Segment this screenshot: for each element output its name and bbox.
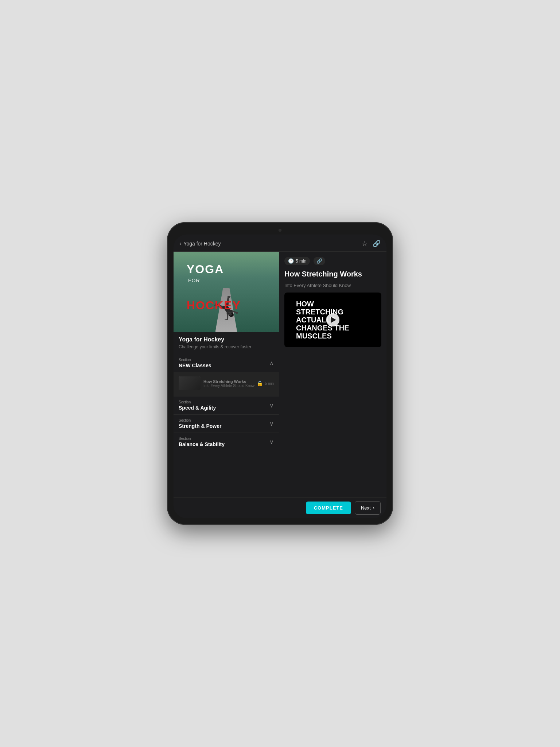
- class-info: How Stretching Works Info Every Athlete …: [203, 379, 262, 388]
- next-label: Next: [361, 505, 371, 511]
- section-speed-agility-name: Speed & Agility: [179, 405, 216, 411]
- section-strength-power: Section Strength & Power ∨: [174, 414, 279, 433]
- class-name: How Stretching Works: [203, 379, 262, 384]
- play-button[interactable]: [326, 313, 339, 326]
- tablet-screen: ‹ Yoga for Hockey ☆ 🔗 🤸 YOGA FOR: [174, 235, 386, 518]
- class-description: Info Every Athlete Should Know: [203, 384, 262, 388]
- section-speed-agility-chevron: ∨: [269, 402, 274, 409]
- next-button[interactable]: Next ›: [355, 501, 381, 515]
- section-new-classes-content: How Stretching Works Info Every Athlete …: [174, 372, 279, 396]
- section-speed-agility-header[interactable]: Section Speed & Agility ∨: [174, 396, 279, 414]
- header-left: ‹ Yoga for Hockey: [179, 240, 221, 247]
- hero-yoga-text: YOGA FOR: [187, 263, 223, 290]
- hero-hockey-text: HOCKEY: [187, 299, 241, 312]
- bottom-bar: COMPLETE Next ›: [174, 497, 386, 518]
- list-item[interactable]: How Stretching Works Info Every Athlete …: [179, 374, 274, 392]
- lock-icon: 🔒: [257, 380, 263, 386]
- duration-badge: 🕐 5 min: [284, 257, 310, 265]
- next-arrow-icon: ›: [373, 505, 374, 511]
- link-badge[interactable]: 🔗: [314, 257, 325, 265]
- left-panel: 🤸 YOGA FOR HOCKEY Yoga for Hockey Challe…: [174, 252, 279, 497]
- complete-button[interactable]: COMPLETE: [306, 502, 351, 514]
- hero-image: 🤸 YOGA FOR HOCKEY: [174, 252, 279, 332]
- section-speed-agility-label: Section: [179, 400, 216, 404]
- section-new-classes-name: NEW Classes: [179, 363, 211, 368]
- section-new-classes-label: Section: [179, 358, 211, 362]
- front-camera: [279, 229, 281, 232]
- back-button[interactable]: ‹: [179, 240, 181, 247]
- section-strength-power-label: Section: [179, 418, 221, 422]
- section-strength-power-chevron: ∨: [269, 420, 274, 427]
- main-content: 🤸 YOGA FOR HOCKEY Yoga for Hockey Challe…: [174, 252, 386, 497]
- section-balance-stability-name: Balance & Stability: [179, 441, 225, 447]
- class-duration: 5 min: [265, 382, 274, 386]
- section-new-classes: Section NEW Classes ∧ How Stret: [174, 354, 279, 396]
- hero-for-text: FOR: [188, 278, 200, 283]
- class-thumbnail: [179, 376, 201, 390]
- right-panel: 🕐 5 min 🔗 How Stretching Works Info Ever…: [279, 252, 386, 497]
- duration-text: 5 min: [296, 259, 306, 264]
- meta-row: 🕐 5 min 🔗: [284, 257, 381, 265]
- section-new-classes-chevron: ∧: [269, 360, 274, 367]
- course-info: Yoga for Hockey Challenge your limits & …: [174, 332, 279, 354]
- section-strength-power-header[interactable]: Section Strength & Power ∨: [174, 415, 279, 433]
- star-icon[interactable]: ☆: [362, 240, 368, 248]
- header: ‹ Yoga for Hockey ☆ 🔗: [174, 235, 386, 252]
- section-strength-power-label-group: Section Strength & Power: [179, 418, 221, 429]
- section-new-classes-header[interactable]: Section NEW Classes ∧: [174, 354, 279, 372]
- section-strength-power-name: Strength & Power: [179, 423, 221, 429]
- section-balance-stability-label-group: Section Balance & Stability: [179, 437, 225, 447]
- section-balance-stability: Section Balance & Stability ∨: [174, 433, 279, 451]
- class-thumbnail-overlay: [179, 376, 201, 390]
- video-thumbnail[interactable]: HOWSTRETCHINGACTUALLYCHANGES THEMUSCLES: [284, 293, 381, 347]
- link-icon[interactable]: 🔗: [373, 240, 381, 248]
- content-title: How Stretching Works: [284, 270, 381, 278]
- course-subtitle: Challenge your limits & recover faster: [179, 344, 274, 349]
- course-title: Yoga for Hockey: [179, 336, 274, 343]
- section-balance-stability-label: Section: [179, 437, 225, 441]
- play-triangle-icon: [331, 317, 336, 323]
- header-title[interactable]: Yoga for Hockey: [183, 241, 221, 247]
- section-balance-stability-chevron: ∨: [269, 438, 274, 445]
- section-speed-agility-label-group: Section Speed & Agility: [179, 400, 216, 411]
- video-text: HOWSTRETCHINGACTUALLYCHANGES THEMUSCLES: [290, 294, 355, 346]
- section-speed-agility: Section Speed & Agility ∨: [174, 396, 279, 414]
- section-balance-stability-header[interactable]: Section Balance & Stability ∨: [174, 433, 279, 451]
- header-right: ☆ 🔗: [362, 240, 381, 248]
- section-new-classes-label-group: Section NEW Classes: [179, 358, 211, 368]
- clock-icon: 🕐: [288, 258, 294, 264]
- content-subtitle: Info Every Athlete Should Know: [284, 283, 381, 288]
- tablet-frame: ‹ Yoga for Hockey ☆ 🔗 🤸 YOGA FOR: [167, 222, 393, 525]
